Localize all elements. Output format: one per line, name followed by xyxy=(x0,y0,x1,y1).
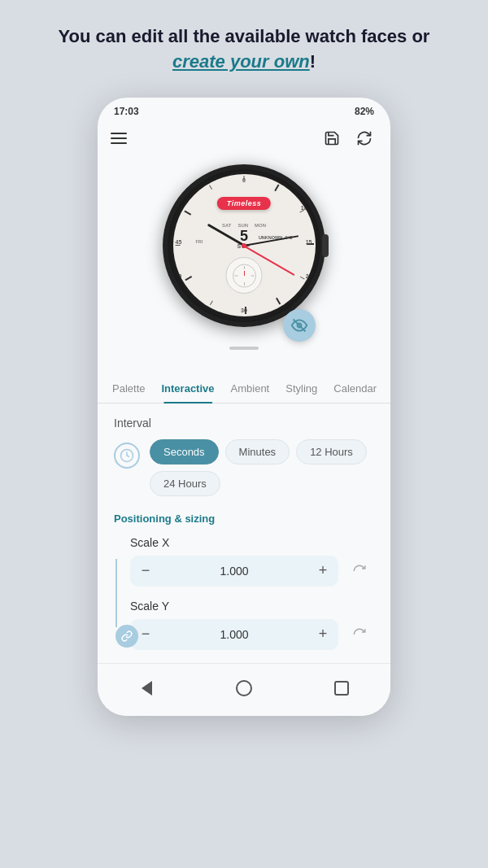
nav-home-button[interactable] xyxy=(229,674,259,703)
status-bar: 17:03 82% xyxy=(98,98,390,122)
watch-face-wrap: Timeless SAT SUN MON 5 SEP U xyxy=(163,164,325,327)
scale-y-value: 1.000 xyxy=(161,628,307,641)
scale-y-label: Scale Y xyxy=(130,600,374,613)
save-icon[interactable] xyxy=(319,125,345,151)
toolbar-right xyxy=(319,125,377,151)
bezel-num-45: 45 xyxy=(176,239,182,245)
bezel-num-0: 0 xyxy=(242,177,246,183)
scale-x-value: 1.000 xyxy=(161,565,307,578)
interval-buttons: Seconds Minutes 12 Hours 24 Hours xyxy=(150,439,374,496)
phone-frame: 17:03 82% xyxy=(98,98,390,716)
tick xyxy=(209,185,212,190)
tab-styling[interactable]: Styling xyxy=(277,376,325,403)
scale-y-reset-button[interactable] xyxy=(345,620,374,649)
bezel-num-25: 25 xyxy=(299,301,306,307)
tick xyxy=(184,211,191,216)
positioning-section: Positioning & sizing Scale X − 1.000 + xyxy=(114,513,374,650)
phone-toolbar xyxy=(98,122,390,158)
watch-day-mon: MON xyxy=(255,223,266,228)
bezel-num-10: 10 xyxy=(301,205,307,211)
tab-palette[interactable]: Palette xyxy=(104,376,153,403)
bezel-num-5: 5 xyxy=(288,181,291,186)
nav-recents-button[interactable] xyxy=(327,674,356,703)
scroll-indicator xyxy=(98,340,390,353)
create-own-link[interactable]: create your own xyxy=(172,51,310,72)
bezel-num-20: 20 xyxy=(306,273,312,279)
bezel-num-50: 50 xyxy=(176,205,183,211)
scale-x-label: Scale X xyxy=(130,536,374,549)
eye-visibility-button[interactable] xyxy=(283,309,316,342)
interval-label: Interval xyxy=(114,417,374,430)
interval-row: Seconds Minutes 12 Hours 24 Hours xyxy=(114,439,374,496)
positioning-title: Positioning & sizing xyxy=(114,513,374,525)
header-text-after: ! xyxy=(310,51,316,72)
header-text-before: You can edit all the available watch fac… xyxy=(59,26,430,46)
interval-12hours-button[interactable]: 12 Hours xyxy=(296,439,367,465)
watch-brand: Timeless xyxy=(217,197,271,210)
scale-y-input-group: − 1.000 + xyxy=(130,619,338,650)
interval-seconds-button[interactable]: Seconds xyxy=(150,439,219,465)
content-area: Interval Seconds Minutes 12 Hours 24 Hou… xyxy=(98,403,390,663)
bezel-num-55: 55 xyxy=(191,181,198,186)
watch-face[interactable]: Timeless SAT SUN MON 5 SEP U xyxy=(163,164,325,327)
watch-subdial xyxy=(226,257,263,294)
nav-back-button[interactable] xyxy=(132,674,161,703)
scale-x-minus-button[interactable]: − xyxy=(130,556,161,587)
watch-fri: FRI xyxy=(196,239,203,244)
header-text: You can edit all the available watch fac… xyxy=(0,24,488,98)
bezel-num-40: 40 xyxy=(176,273,182,279)
scales-wrapper: Scale X − 1.000 + xyxy=(114,536,374,650)
scale-x-reset-button[interactable] xyxy=(345,556,374,586)
tick xyxy=(274,184,279,191)
tick xyxy=(185,276,192,281)
scale-y-section: Scale Y − 1.000 + xyxy=(130,600,374,650)
page-container: You can edit all the available watch fac… xyxy=(0,24,488,716)
hand-center xyxy=(242,243,246,248)
tab-interactive[interactable]: Interactive xyxy=(153,376,222,403)
tick xyxy=(300,277,305,280)
scale-y-plus-button[interactable]: + xyxy=(307,619,338,650)
scroll-handle xyxy=(229,347,259,350)
bezel-num-35: 35 xyxy=(181,301,188,307)
watch-face-container: Timeless SAT SUN MON 5 SEP U xyxy=(98,158,390,340)
scale-x-input-group: − 1.000 + xyxy=(130,556,338,587)
bezel-num-30: 30 xyxy=(241,308,247,313)
scale-x-plus-button[interactable]: + xyxy=(307,556,338,587)
tick xyxy=(210,301,213,306)
status-time: 17:03 xyxy=(114,106,139,117)
interval-24hours-button[interactable]: 24 Hours xyxy=(150,471,220,496)
scale-y-control: − 1.000 + xyxy=(130,619,374,650)
tabs-row: Palette Interactive Ambient Styling Cale… xyxy=(98,353,390,403)
interval-minutes-button[interactable]: Minutes xyxy=(225,439,290,465)
tick xyxy=(276,298,281,305)
tab-ambient[interactable]: Ambient xyxy=(223,376,278,403)
link-icon xyxy=(115,625,138,648)
watch-inner: Timeless SAT SUN MON 5 SEP U xyxy=(173,174,316,316)
tick xyxy=(176,245,181,246)
menu-icon[interactable] xyxy=(111,133,127,144)
nav-bar xyxy=(98,663,390,716)
clock-icon xyxy=(114,443,140,469)
watch-day-sat: SAT xyxy=(222,223,232,228)
link-connector xyxy=(115,559,117,627)
status-battery: 82% xyxy=(355,106,374,117)
watch-crown xyxy=(322,234,329,257)
tab-calendar[interactable]: Calendar xyxy=(325,376,385,403)
rotate-icon[interactable] xyxy=(351,125,377,151)
bezel-num-15: 15 xyxy=(306,239,312,245)
scale-x-control: − 1.000 + xyxy=(130,556,374,587)
scale-x-section: Scale X − 1.000 + xyxy=(130,536,374,587)
